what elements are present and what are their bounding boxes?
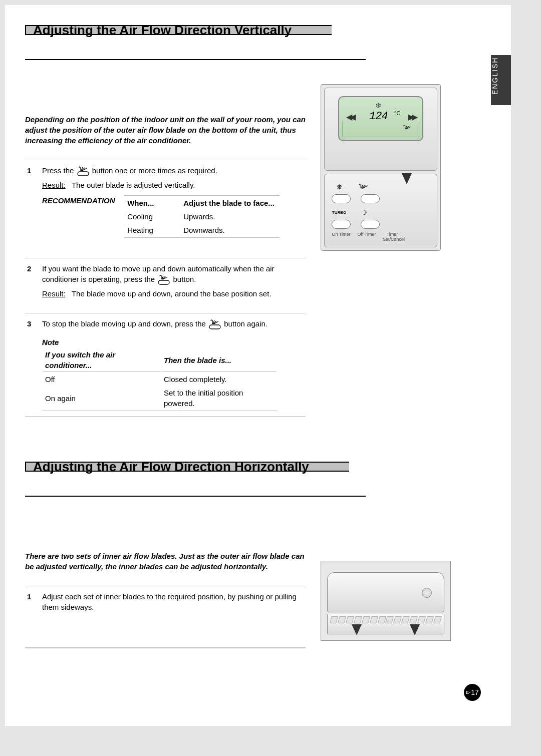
note-table: If you switch the air conditioner... The… [42, 347, 278, 411]
remote-button-3 [332, 220, 351, 229]
step1-result-text: The outer blade is adjusted vertically. [72, 181, 195, 189]
section2-title-bar: Adjusting the Air Flow Direction Horizon… [25, 462, 366, 497]
sleep-icon: ☽ [357, 207, 372, 217]
step1-text-a: Press the [42, 166, 74, 175]
left-arrows-icon: ◀◀ [346, 112, 353, 122]
section-title-bar: Adjusting the Air Flow Direction Vertica… [25, 25, 366, 60]
section1-title: Adjusting the Air Flow Direction Vertica… [25, 25, 332, 35]
s2-step1-num: 1 [25, 586, 40, 648]
blade-button-icon [157, 274, 171, 285]
step3-text-a: To stop the blade moving up and down, pr… [42, 319, 206, 328]
blade-slits [331, 616, 441, 623]
remote-button-1 [332, 194, 351, 203]
step1-text-b: button one or more times as required. [92, 166, 217, 175]
note-label: Note [42, 337, 67, 347]
rec-r1-when: Cooling [125, 210, 180, 223]
s2-step1-text: Adjust each set of inner blades to the r… [42, 592, 297, 611]
section1-intro: Depending on the position of the indoor … [25, 114, 306, 146]
section1-content: Depending on the position of the indoor … [25, 84, 491, 417]
step2-num: 2 [25, 258, 40, 313]
section2-content: There are two sets of inner air flow bla… [25, 521, 491, 648]
arrow-pointer-icon [410, 624, 420, 635]
display-blade-icon [403, 124, 412, 133]
turbo-label: TURBO [332, 207, 347, 217]
display-unit: °C [394, 110, 400, 116]
note-col2: Then the blade is... [162, 348, 277, 372]
rec-r2-face: Downwards. [181, 224, 277, 236]
step2-text-b: button. [173, 275, 196, 283]
on-timer-label: On Timer [332, 232, 351, 242]
svg-rect-1 [158, 280, 169, 284]
step3-num: 3 [25, 313, 40, 417]
rec-r2-when: Heating [125, 224, 180, 236]
right-arrows-icon: ▶▶ [408, 112, 415, 122]
note-r2-b: Set to the initial position powered. [162, 387, 277, 410]
svg-rect-0 [78, 172, 89, 176]
off-timer-label: Off Timer [357, 232, 376, 242]
ac-unit-illustration [321, 561, 451, 648]
note-r1-b: Closed completely. [162, 373, 277, 386]
step3-text-b: button again. [224, 319, 267, 328]
blade-small-icon [357, 182, 372, 192]
remote-illustration: ❄ ◀◀ 124 °C ▶▶ ❋ [321, 84, 446, 249]
svg-rect-2 [209, 325, 220, 329]
step2-result-text: The blade move up and down, around the b… [72, 289, 272, 298]
note-col1: If you switch the air conditioner... [43, 348, 161, 372]
recommendation-label: RECOMMENDATION [42, 195, 122, 206]
remote-lower-panel: ❋ TURBO ☽ [324, 174, 437, 247]
section2-intro: There are two sets of inner air flow bla… [25, 551, 306, 572]
manual-page: ENGLISH Adjusting the Air Flow Direction… [5, 5, 511, 726]
arrow-pointer-icon [402, 173, 412, 184]
snowflake-icon: ❄ [375, 101, 382, 110]
arrow-pointer-icon [352, 624, 362, 635]
rec-col1: When... [125, 197, 180, 209]
blade-button-icon [76, 166, 90, 177]
remote-button-2 [361, 194, 380, 203]
step1-result-label: Result: [42, 181, 66, 189]
rec-col2: Adjust the blade to face... [181, 197, 277, 209]
page-number: E-17 [464, 684, 481, 701]
blade-button-icon [208, 319, 222, 330]
rec-r1-face: Upwards. [181, 210, 277, 223]
language-tab: ENGLISH [491, 55, 511, 105]
remote-button-4 [361, 220, 380, 229]
section2-title: Adjusting the Air Flow Direction Horizon… [25, 462, 349, 472]
timer-set-label: Timer Set/Cancel [383, 232, 402, 242]
fan-icon: ❋ [332, 182, 347, 192]
note-r2-a: On again [43, 387, 161, 410]
recommendation-table: When... Adjust the blade to face... Cool… [124, 195, 280, 238]
step2-result-label: Result: [42, 289, 66, 298]
step1-num: 1 [25, 160, 40, 258]
remote-display: ❄ ◀◀ 124 °C ▶▶ [338, 96, 423, 141]
note-r1-a: Off [43, 373, 161, 386]
